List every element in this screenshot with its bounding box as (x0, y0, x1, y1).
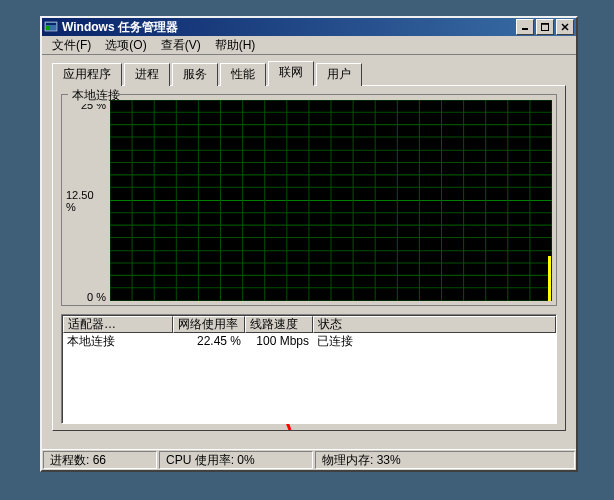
col-adapter[interactable]: 适配器… (63, 316, 173, 333)
cell-state: 已连接 (313, 333, 556, 349)
menu-view[interactable]: 查看(V) (155, 36, 207, 55)
tab-processes[interactable]: 进程 (124, 63, 170, 86)
network-tab-page: 本地连接 25 % 12.50 % 0 % (52, 85, 566, 431)
window-title: Windows 任务管理器 (62, 19, 516, 36)
col-state[interactable]: 状态 (313, 316, 556, 333)
network-chart-group: 本地连接 25 % 12.50 % 0 % (61, 94, 557, 306)
titlebar[interactable]: Windows 任务管理器 (42, 18, 576, 36)
svg-rect-2 (46, 26, 50, 30)
close-button[interactable] (556, 19, 574, 35)
status-memory: 物理内存: 33% (315, 451, 575, 469)
chart-y-axis: 25 % 12.50 % 0 % (66, 100, 110, 301)
app-icon (44, 20, 58, 34)
y-tick-mid: 12.50 % (66, 189, 106, 213)
status-bar: 进程数: 66 CPU 使用率: 0% 物理内存: 33% (42, 449, 576, 470)
tab-users[interactable]: 用户 (316, 63, 362, 86)
network-activity-spike (548, 256, 551, 301)
menubar: 文件(F) 选项(O) 查看(V) 帮助(H) (42, 36, 576, 55)
menu-option[interactable]: 选项(O) (99, 36, 152, 55)
table-row[interactable]: 本地连接 22.45 % 100 Mbps 已连接 (63, 333, 556, 349)
network-chart-area (110, 100, 552, 301)
tab-strip: 应用程序 进程 服务 性能 联网 用户 (52, 61, 566, 86)
table-header: 适配器… 网络使用率 线路速度 状态 (63, 316, 556, 333)
status-processes: 进程数: 66 (43, 451, 157, 469)
svg-rect-1 (46, 23, 56, 25)
task-manager-window: Windows 任务管理器 文件(F) 选项(O) 查看(V) 帮助(H) (40, 16, 578, 472)
minimize-button[interactable] (516, 19, 534, 35)
cell-adapter: 本地连接 (63, 333, 173, 349)
tab-apps[interactable]: 应用程序 (52, 63, 122, 86)
status-cpu: CPU 使用率: 0% (159, 451, 313, 469)
cell-speed: 100 Mbps (245, 333, 313, 349)
maximize-button[interactable] (536, 19, 554, 35)
tab-networking[interactable]: 联网 (268, 61, 314, 86)
y-tick-bot: 0 % (87, 291, 106, 303)
menu-help[interactable]: 帮助(H) (209, 36, 262, 55)
network-table: 适配器… 网络使用率 线路速度 状态 本地连接 22.45 % 100 Mbps… (61, 314, 557, 424)
col-speed[interactable]: 线路速度 (245, 316, 313, 333)
tab-services[interactable]: 服务 (172, 63, 218, 86)
cell-usage: 22.45 % (173, 333, 245, 349)
menu-file[interactable]: 文件(F) (46, 36, 97, 55)
tab-performance[interactable]: 性能 (220, 63, 266, 86)
col-usage[interactable]: 网络使用率 (173, 316, 245, 333)
